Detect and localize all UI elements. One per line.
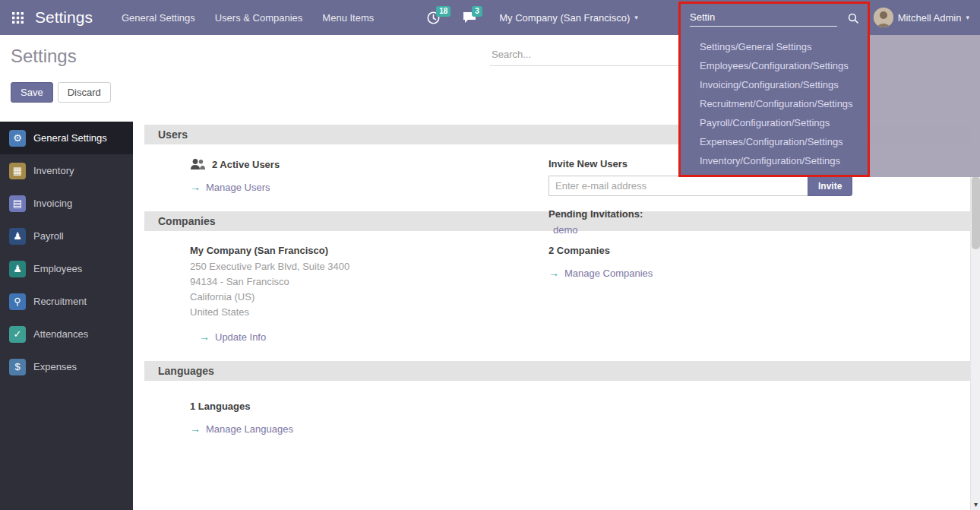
employees-app-icon: ♟ xyxy=(9,261,26,277)
sidebar-item-payroll[interactable]: ♟ Payroll xyxy=(0,220,133,252)
arrow-right-icon: → xyxy=(190,423,201,435)
activities-button[interactable]: 18 xyxy=(427,11,440,24)
activities-badge: 18 xyxy=(436,6,450,17)
discard-button[interactable]: Discard xyxy=(58,82,111,103)
active-users-count: 2 Active Users xyxy=(212,159,280,170)
dropdown-backdrop xyxy=(870,35,980,177)
messages-badge: 3 xyxy=(472,6,482,17)
app-title[interactable]: Settings xyxy=(35,8,93,27)
search-result-item[interactable]: Employees/Configuration/Settings xyxy=(681,56,868,75)
sidebar-item-label: Invoicing xyxy=(33,198,72,209)
companies-section: My Company (San Francisco) 250 Executive… xyxy=(133,231,970,358)
inventory-app-icon: ▦ xyxy=(9,163,26,179)
avatar-image xyxy=(874,8,893,27)
search-result-item[interactable]: Inventory/Configuration/Settings xyxy=(681,151,868,170)
action-buttons: Save Discard xyxy=(11,82,111,103)
sidebar-item-expenses[interactable]: $ Expenses xyxy=(0,350,133,383)
invoicing-app-icon: ▤ xyxy=(9,195,26,212)
scrollbar-down-arrow[interactable]: ▾ xyxy=(971,498,980,510)
manage-companies-link[interactable]: → Manage Companies xyxy=(548,267,883,279)
expenses-app-icon: $ xyxy=(9,359,26,375)
section-header-languages: Languages xyxy=(144,361,970,381)
sidebar-item-label: Recruitment xyxy=(33,296,87,307)
messages-button[interactable]: 3 xyxy=(463,11,476,24)
arrow-right-icon: → xyxy=(548,267,559,279)
companies-count-block: 2 Companies → Manage Companies xyxy=(548,245,883,279)
search-result-item[interactable]: Payroll/Configuration/Settings xyxy=(681,113,868,132)
menu-users-companies[interactable]: Users & Companies xyxy=(215,12,303,24)
payroll-app-icon: ♟ xyxy=(9,228,26,245)
search-result-item[interactable]: Expenses/Configuration/Settings xyxy=(681,132,868,151)
sidebar-item-label: General Settings xyxy=(33,132,107,144)
invite-button[interactable]: Invite xyxy=(808,176,852,196)
sidebar-item-label: Payroll xyxy=(33,230,64,242)
scrollbar-thumb[interactable] xyxy=(972,176,980,249)
settings-form: Users 2 Active Users → Manage Users Invi… xyxy=(133,122,970,510)
sidebar-item-employees[interactable]: ♟ Employees xyxy=(0,252,133,285)
invite-email-input[interactable] xyxy=(548,176,808,196)
languages-section: 1 Languages → Manage Languages xyxy=(133,381,970,450)
chevron-down-icon: ▾ xyxy=(966,14,969,21)
user-menu[interactable]: Mitchell Admin ▾ xyxy=(874,8,969,27)
update-info-link[interactable]: → Update Info xyxy=(199,331,970,343)
content-area: ⚙ General Settings ▦ Inventory ▤ Invoici… xyxy=(0,122,980,510)
app-menu: General Settings Users & Companies Menu … xyxy=(122,12,374,24)
page-title: Settings xyxy=(11,46,77,67)
manage-languages-link[interactable]: → Manage Languages xyxy=(190,423,970,435)
sidebar-item-invoicing[interactable]: ▤ Invoicing xyxy=(0,187,133,220)
user-name: Mitchell Admin xyxy=(898,12,962,24)
chevron-down-icon: ▾ xyxy=(634,14,638,21)
attendances-app-icon: ✓ xyxy=(9,326,26,343)
invite-input-group: Invite xyxy=(548,176,883,196)
search-result-item[interactable]: Recruitment/Configuration/Settings xyxy=(681,94,868,113)
avatar xyxy=(874,8,893,27)
menu-general-settings[interactable]: General Settings xyxy=(122,12,195,24)
recruitment-app-icon: ⚲ xyxy=(9,293,26,310)
company-switcher[interactable]: My Company (San Francisco) ▾ xyxy=(499,12,637,24)
sidebar-item-label: Employees xyxy=(33,263,82,274)
languages-count: 1 Languages xyxy=(190,401,970,412)
general-settings-app-icon: ⚙ xyxy=(9,130,26,147)
grid-icon xyxy=(12,12,24,24)
sidebar-item-recruitment[interactable]: ⚲ Recruitment xyxy=(0,285,133,318)
users-icon xyxy=(190,158,205,170)
pending-invitations-label: Pending Invitations: xyxy=(548,208,883,220)
company-address-line: United States xyxy=(190,305,970,320)
sidebar-item-attendances[interactable]: ✓ Attendances xyxy=(0,318,133,350)
sidebar-item-inventory[interactable]: ▦ Inventory xyxy=(0,154,133,187)
company-address-line: California (US) xyxy=(190,290,970,305)
companies-count: 2 Companies xyxy=(548,245,883,256)
menu-search-dropdown: Settings/General Settings Employees/Conf… xyxy=(678,2,870,177)
search-icon[interactable] xyxy=(848,13,858,24)
sidebar-item-general-settings[interactable]: ⚙ General Settings xyxy=(0,122,133,154)
apps-menu-icon[interactable] xyxy=(0,0,35,35)
sidebar-item-label: Inventory xyxy=(33,165,74,176)
systray: 18 3 My Company (San Francisco) ▾ xyxy=(427,11,637,24)
arrow-right-icon: → xyxy=(199,331,210,343)
menu-menu-items[interactable]: Menu Items xyxy=(322,12,374,24)
settings-sidebar: ⚙ General Settings ▦ Inventory ▤ Invoici… xyxy=(0,122,133,510)
sidebar-item-label: Expenses xyxy=(33,361,77,372)
search-result-item[interactable]: Invoicing/Configuration/Settings xyxy=(681,75,868,94)
sidebar-item-label: Attendances xyxy=(33,328,88,340)
menu-search-input[interactable] xyxy=(690,10,837,27)
vertical-scrollbar[interactable]: ▾ xyxy=(970,122,980,510)
save-button[interactable]: Save xyxy=(11,82,53,103)
search-result-item[interactable]: Settings/General Settings xyxy=(681,37,868,56)
menu-search-results: Settings/General Settings Employees/Conf… xyxy=(681,37,868,170)
arrow-right-icon: → xyxy=(190,181,201,193)
